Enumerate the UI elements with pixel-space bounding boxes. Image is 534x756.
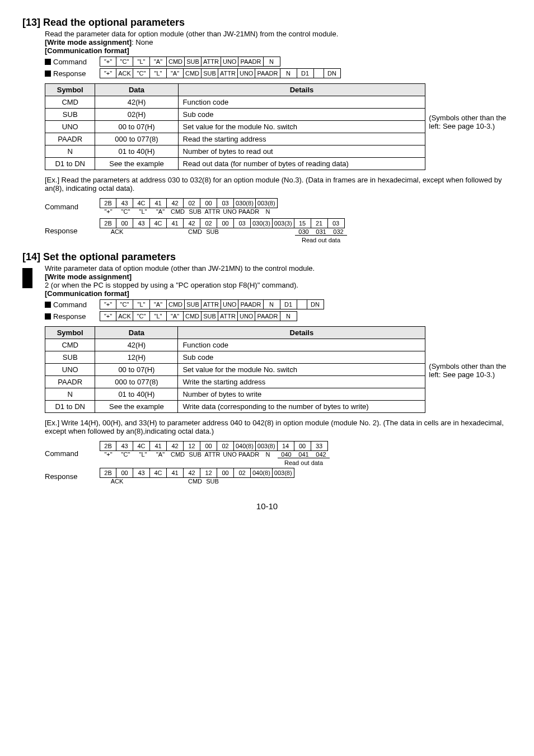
s14-sidenote: (Symbols other than the left: See page 1…: [429, 362, 512, 379]
section-13-body: Read the parameter data for option modul…: [45, 30, 512, 243]
cell: 00: [217, 218, 234, 228]
cell: 2B: [100, 218, 116, 228]
section-14-title: [14] Set the optional parameters: [22, 251, 512, 263]
td: N: [45, 388, 95, 401]
cell: DN: [324, 68, 341, 78]
cell: 02: [184, 198, 200, 208]
td: UNO: [45, 121, 95, 133]
th-symbol: Symbol: [45, 327, 95, 339]
cell: 41: [167, 468, 184, 478]
cell: SUB: [185, 299, 202, 309]
td: 000 to 077(8): [95, 376, 178, 388]
td: N: [45, 145, 95, 158]
cell: 14: [278, 441, 294, 451]
s14-resp-cells: "+" ACK "C" "L" "A" CMD SUB ATTR UNO PAA…: [100, 311, 297, 321]
cell: 12: [184, 441, 200, 451]
s13-ex-cmd-cells: 2B 43 4C 41 42 02 00 03 030(8) 003(8): [100, 198, 278, 208]
td: 000 to 077(8): [95, 133, 178, 145]
cell: "C": [116, 57, 133, 67]
section-14-body: Write parameter data of option module (o…: [45, 264, 512, 485]
cell: 00: [116, 468, 133, 478]
th-details: Details: [178, 84, 425, 96]
cell: 4C: [150, 468, 167, 478]
cell: "+": [100, 57, 116, 67]
cell: ATTR: [202, 299, 221, 309]
cell: N: [264, 299, 280, 309]
cell: 03: [234, 218, 251, 228]
cell: 43: [116, 441, 133, 451]
cell: 43: [116, 198, 133, 208]
td: Function code: [178, 339, 425, 351]
cell: SUB: [185, 57, 202, 67]
cell: 003(8): [273, 468, 294, 478]
cell: SUB: [202, 311, 218, 321]
cell: "A": [150, 299, 167, 309]
cell: 21: [311, 218, 328, 228]
cell: 030(3): [251, 218, 273, 228]
td: 01 to 40(H): [95, 388, 178, 401]
cell: 4C: [133, 198, 150, 208]
td: PAADR: [45, 133, 95, 145]
cell: N: [264, 57, 280, 67]
td: Sub code: [178, 109, 425, 121]
td: CMD: [45, 339, 95, 351]
cell: PAADR: [238, 299, 263, 309]
s13-cmd-label: Command: [53, 58, 87, 66]
cell: CMD: [167, 57, 185, 67]
ellipsis-cell: [297, 299, 307, 309]
td: See the example: [95, 158, 178, 170]
th-data: Data: [95, 84, 178, 96]
cell: 43: [133, 468, 150, 478]
s14-cmd-label: Command: [53, 300, 87, 309]
td: 42(H): [95, 96, 178, 109]
cell: "C": [133, 68, 150, 78]
cell: "A": [150, 57, 167, 67]
cell: PAADR: [255, 311, 280, 321]
cell: ACK: [116, 311, 133, 321]
cell: N: [280, 311, 297, 321]
cell: "L": [150, 311, 167, 321]
s14-comm-fmt: [Communication format]: [45, 289, 512, 298]
cell: DN: [307, 299, 324, 309]
bullet-icon: [45, 59, 51, 65]
td: Set value for the module No. switch: [178, 364, 425, 376]
s13-ex-cmd-label: Command: [45, 203, 95, 211]
s13-ex-cmd-underlabels: "+" "C" "L" "A" CMD SUB ATTR UNO PAADR N: [100, 208, 278, 215]
s14-ex-resp-cells: 2B 00 43 4C 41 42 12 00 02 040(8) 003(8): [100, 468, 294, 478]
td: 02(H): [95, 109, 178, 121]
cell: 42: [184, 468, 200, 478]
cell: 00: [294, 441, 311, 451]
th-details: Details: [178, 327, 425, 339]
page-tab-icon: [22, 268, 32, 288]
cell: 42: [167, 198, 184, 208]
cell: "+": [100, 299, 116, 309]
bullet-icon: [45, 71, 51, 77]
cell: 42: [184, 218, 200, 228]
cell: 040(8): [251, 468, 273, 478]
cell: 00: [217, 468, 234, 478]
cell: 03: [217, 198, 234, 208]
td: 42(H): [95, 339, 178, 351]
s14-example-note: [Ex.] Write 14(H), 00(H), and 33(H) to p…: [45, 419, 512, 435]
cell: "C": [116, 299, 133, 309]
cell: UNO: [221, 299, 238, 309]
cell: 00: [200, 198, 217, 208]
cell: "+": [100, 68, 116, 78]
cell: 030(8): [234, 198, 256, 208]
td: Number of bytes to read out: [178, 145, 425, 158]
cell: 2B: [100, 468, 116, 478]
cell: 00: [200, 441, 217, 451]
td: CMD: [45, 96, 95, 109]
s13-intro: Read the parameter data for option modul…: [45, 30, 512, 38]
cell: "A": [167, 68, 184, 78]
cell: 41: [167, 218, 184, 228]
td: 00 to 07(H): [95, 121, 178, 133]
cell: "L": [150, 68, 167, 78]
cell: UNO: [238, 311, 255, 321]
s13-write-assign-val: : None: [132, 38, 153, 46]
s13-readout-label: Read out data: [295, 237, 347, 243]
cell: ATTR: [218, 311, 238, 321]
cell: "C": [133, 311, 150, 321]
cell: "L": [133, 57, 150, 67]
td: D1 to DN: [45, 401, 95, 413]
